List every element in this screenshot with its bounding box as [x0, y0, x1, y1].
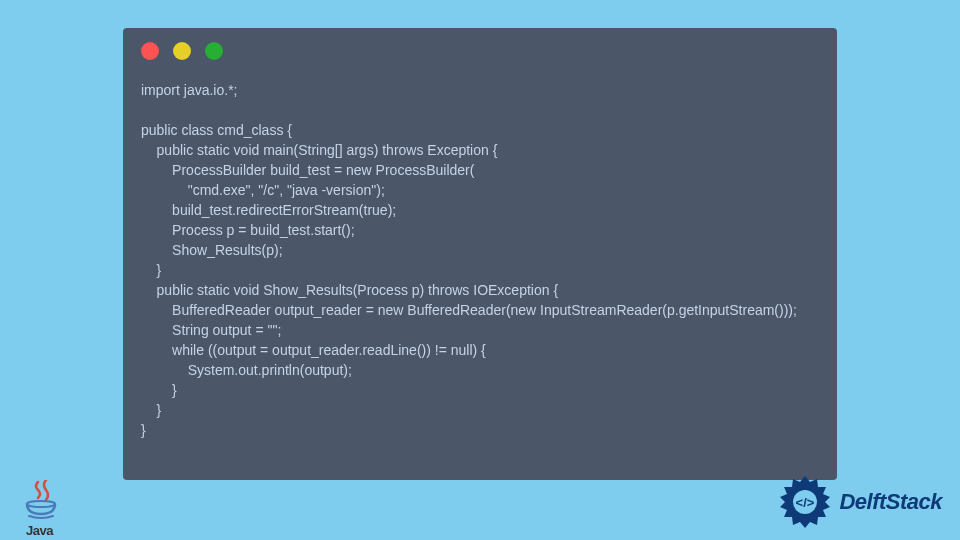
close-dot-icon[interactable]	[141, 42, 159, 60]
minimize-dot-icon[interactable]	[173, 42, 191, 60]
svg-text:</>: </>	[796, 495, 815, 510]
delftstack-logo: </> DelftStack	[777, 474, 942, 530]
delftstack-text: DelftStack	[839, 489, 942, 515]
code-window: import java.io.*; public class cmd_class…	[123, 28, 837, 480]
java-logo-text: Java	[26, 523, 53, 538]
java-logo-icon: Java	[20, 480, 66, 536]
window-controls	[141, 42, 819, 60]
delftstack-gear-icon: </>	[777, 474, 833, 530]
svg-point-0	[27, 501, 55, 507]
code-content: import java.io.*; public class cmd_class…	[141, 80, 819, 440]
maximize-dot-icon[interactable]	[205, 42, 223, 60]
